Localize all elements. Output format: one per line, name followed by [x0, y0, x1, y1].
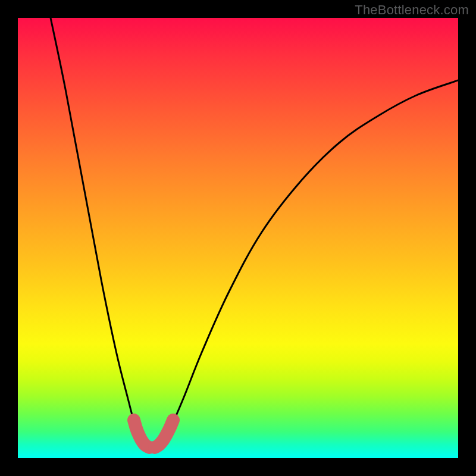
bold-highlight-left	[134, 420, 149, 447]
watermark-text: TheBottleneck.com	[355, 2, 469, 18]
bold-highlight-right	[155, 420, 173, 447]
plot-area	[18, 18, 458, 458]
chart-frame: TheBottleneck.com	[0, 0, 476, 476]
curve-svg	[18, 18, 458, 458]
thin-curve	[51, 18, 458, 447]
